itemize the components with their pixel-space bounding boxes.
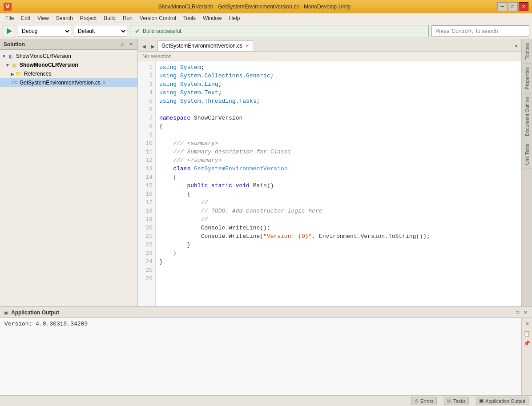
project-label: ShowMonoCLRVersion: [20, 62, 78, 68]
bottom-panel: ▣ Application Output □ ✕ Version: 4.0.30…: [0, 306, 532, 395]
file-gear-icon: ⚙: [102, 80, 106, 85]
menu-file[interactable]: File: [2, 13, 17, 23]
build-status-text: Build successful.: [143, 28, 182, 34]
window-controls: ─ □ ✕: [497, 2, 528, 11]
tree-csfile[interactable]: CS GetSystemEnvironmentVersion.cs ⚙: [0, 78, 137, 87]
menu-window[interactable]: Window: [199, 13, 226, 23]
solution-tree: ▼ ◧ ShowMonoCLRVersion ▼ ▣ ShowMonoCLRVe…: [0, 50, 137, 306]
close-button[interactable]: ✕: [519, 2, 528, 11]
menu-version-control[interactable]: Version Control: [136, 13, 180, 23]
debug-config-select[interactable]: Debug: [18, 26, 71, 36]
output-controls: □ ✕: [514, 310, 528, 316]
errors-label: Errors: [420, 398, 434, 404]
sidebar-close-button[interactable]: ✕: [128, 41, 134, 48]
tab-label: GetSystemEnvironmentVersion.cs: [161, 43, 242, 49]
code-content[interactable]: using System; using System.Collections.G…: [156, 61, 521, 306]
application-output-button[interactable]: ▣ Application Output: [476, 397, 528, 405]
menu-project[interactable]: Project: [77, 13, 100, 23]
solution-config-select[interactable]: Default: [74, 26, 127, 36]
properties-tab[interactable]: Properties: [523, 64, 532, 93]
restore-button[interactable]: □: [508, 2, 518, 11]
menu-view[interactable]: View: [34, 13, 52, 23]
output-text: Version: 4.0.30319.34209: [4, 321, 88, 327]
menu-tools[interactable]: Tools: [180, 13, 199, 23]
toolbar: Debug Default ✔ Build successful.: [0, 23, 532, 39]
output-content: Version: 4.0.30319.34209: [0, 318, 521, 395]
menu-bar: File Edit View Search Project Build Run …: [0, 13, 532, 23]
tasks-icon: ☑: [447, 398, 451, 404]
solution-label: ShowMonoCLRVersion: [16, 53, 71, 59]
tabs-bar: ◀ ▶ GetSystemEnvironmentVersion.cs ✕ ▾: [138, 39, 521, 52]
references-label: References: [24, 71, 51, 77]
toolbox-tab[interactable]: Toolbox: [523, 39, 532, 64]
menu-build[interactable]: Build: [100, 13, 119, 23]
csfile-label: GetSystemEnvironmentVersion.cs: [20, 80, 101, 86]
title-bar: M ShowMonoCLRVersion - GetSystemEnvironm…: [0, 0, 532, 13]
sidebar-dock-button[interactable]: □: [120, 41, 126, 48]
sidebar-title: Solution: [4, 41, 25, 48]
references-folder-icon: 📁: [15, 70, 22, 77]
output-pin-button[interactable]: 📌: [523, 339, 531, 347]
document-outline-tab[interactable]: Document Outline: [523, 93, 532, 140]
search-input[interactable]: [431, 25, 529, 37]
output-clear-button[interactable]: ✕: [523, 320, 531, 328]
menu-help[interactable]: Help: [226, 13, 244, 23]
output-close-button[interactable]: ✕: [522, 310, 528, 316]
menu-run[interactable]: Run: [119, 13, 136, 23]
output-side-buttons: ✕ 📋 📌: [521, 318, 532, 395]
tab-dropdown-button[interactable]: ▾: [511, 40, 521, 51]
output-row: Version: 4.0.30319.34209 ✕ 📋 📌: [0, 318, 532, 395]
app-output-label: Application Output: [485, 398, 525, 404]
status-bar: ⚠ Errors ☑ Tasks ▣ Application Output: [0, 395, 532, 406]
output-header: ▣ Application Output □ ✕: [0, 307, 532, 318]
main-area: Solution □ ✕ ▼ ◧ ShowMonoCLRVersion ▼ ▣ …: [0, 39, 532, 306]
sidebar-controls: □ ✕: [120, 41, 134, 48]
tree-solution[interactable]: ▼ ◧ ShowMonoCLRVersion: [0, 52, 137, 60]
output-dock-button[interactable]: □: [514, 310, 520, 316]
project-icon: ▣: [11, 61, 18, 68]
build-status-bar: ✔ Build successful.: [130, 25, 429, 37]
tab-getSystemEnvironmentVersion[interactable]: GetSystemEnvironmentVersion.cs ✕: [157, 40, 253, 51]
tree-references[interactable]: ▶ 📁 References: [0, 69, 137, 78]
tab-nav-right-button[interactable]: ▶: [149, 41, 157, 51]
sidebar-header: Solution □ ✕: [0, 39, 137, 50]
run-button[interactable]: [3, 25, 15, 37]
tree-arrow-references: ▶: [11, 72, 14, 76]
build-check-icon: ✔: [135, 28, 140, 35]
breadcrumb: No selection: [138, 52, 521, 61]
app-icon: M: [4, 3, 12, 11]
tree-arrow-project: ▼: [5, 63, 10, 68]
line-numbers: 12345 678910 1112131415 1617181920 21222…: [138, 61, 156, 306]
csfile-icon: CS: [11, 79, 18, 86]
window-title: ShowMonoCLRVersion - GetSystemEnvironmen…: [12, 4, 497, 10]
editor-area: ◀ ▶ GetSystemEnvironmentVersion.cs ✕ ▾ N…: [138, 39, 521, 306]
errors-button[interactable]: ⚠ Errors: [411, 397, 437, 405]
output-title-area: ▣ Application Output: [4, 310, 59, 316]
menu-edit[interactable]: Edit: [17, 13, 34, 23]
output-icon: ▣: [4, 310, 8, 316]
tab-nav-left-button[interactable]: ◀: [140, 41, 149, 51]
minimize-button[interactable]: ─: [497, 2, 507, 11]
output-title: Application Output: [11, 310, 59, 316]
right-panel: Toolbox Properties Document Outline Unit…: [521, 39, 532, 306]
solution-sidebar: Solution □ ✕ ▼ ◧ ShowMonoCLRVersion ▼ ▣ …: [0, 39, 138, 306]
menu-search[interactable]: Search: [52, 13, 77, 23]
tree-arrow-solution: ▼: [2, 54, 6, 59]
tasks-button[interactable]: ☑ Tasks: [444, 397, 469, 405]
unit-tests-tab[interactable]: Unit Tests: [523, 140, 532, 169]
errors-icon: ⚠: [414, 398, 419, 404]
solution-icon: ◧: [7, 52, 14, 60]
tasks-label: Tasks: [453, 398, 466, 404]
app-output-icon: ▣: [479, 398, 484, 404]
tree-project[interactable]: ▼ ▣ ShowMonoCLRVersion: [0, 60, 137, 69]
play-icon: [7, 28, 12, 34]
tab-close-button[interactable]: ✕: [245, 43, 249, 49]
code-editor[interactable]: 12345 678910 1112131415 1617181920 21222…: [138, 61, 521, 306]
output-copy-button[interactable]: 📋: [523, 330, 531, 338]
